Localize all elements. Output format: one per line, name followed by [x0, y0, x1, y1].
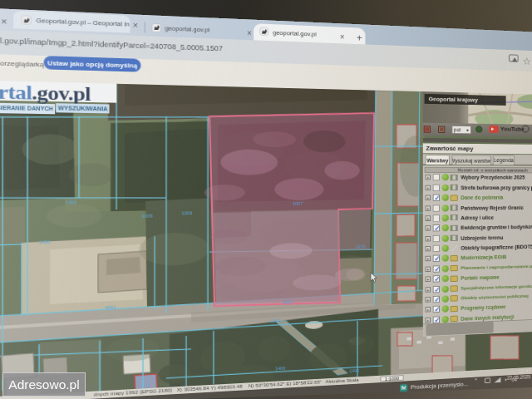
svg-text:4094: 4094 [283, 300, 293, 305]
svg-text:1496: 1496 [39, 240, 51, 245]
svg-text:1406: 1406 [275, 366, 286, 371]
svg-text:1007: 1007 [293, 201, 303, 205]
svg-text:4091: 4091 [105, 305, 116, 310]
svg-text:1170: 1170 [356, 244, 366, 249]
svg-text:1486: 1486 [65, 200, 76, 205]
svg-text:1495: 1495 [349, 368, 359, 373]
svg-text:1006: 1006 [142, 214, 154, 218]
svg-text:1009: 1009 [181, 211, 192, 215]
svg-text:1001: 1001 [270, 318, 281, 323]
